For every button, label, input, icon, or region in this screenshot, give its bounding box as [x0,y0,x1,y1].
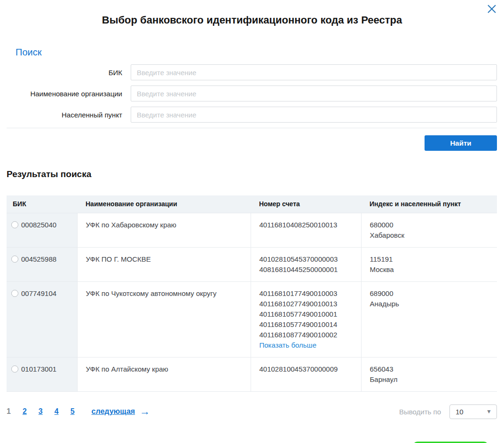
account-cell: 40102810045370000009 [251,357,361,391]
account-number: 40816810445250000001 [260,264,353,275]
column-header-org: Наименование организации [77,195,251,213]
org-name-input[interactable] [131,85,497,101]
postal-index: 680000 [370,220,489,230]
org-name-field-label: Наименование организации [7,90,122,98]
page-link-4[interactable]: 4 [55,407,59,416]
highlight-ring: Выбрать [413,442,488,443]
form-divider [7,128,497,128]
city: Москва [370,264,489,275]
column-header-bik: БИК [7,195,77,213]
results-table: БИК Наименование организации Номер счета… [7,195,497,392]
next-arrow-icon[interactable]: → [140,407,150,416]
postal-index: 656043 [370,364,489,374]
org-cell: УФК по Чукотскому автономному округу [77,281,251,357]
page-size-dropdown[interactable]: 10 ▼ [449,404,497,419]
table-row: 007749104 УФК по Чукотскому автономному … [7,281,497,357]
bik-field-label: БИК [7,69,122,77]
city-input[interactable] [131,107,497,123]
page-size-control: Выводить по 10 ▼ [399,404,497,419]
page-link-5[interactable]: 5 [71,407,75,416]
find-button[interactable]: Найти [425,135,497,151]
table-row: 000825040 УФК по Хабаровскому краю 40116… [7,213,497,247]
index-cell: 689000 Анадырь [361,281,497,357]
city: Барнаул [370,374,489,385]
index-cell: 680000 Хабаровск [361,213,497,247]
org-cell: УФК по Хабаровскому краю [77,213,251,247]
postal-index: 689000 [370,288,489,299]
account-number: 40102810545370000003 [260,254,353,264]
dialog-footer: Отменить Выбрать [7,442,497,443]
account-number: 40116810277490010013 [260,299,353,309]
next-page-link[interactable]: следующая [92,407,135,416]
index-cell: 656043 Барнаул [361,357,497,391]
dialog-content: Поиск БИК Наименование организации Насел… [7,47,497,443]
table-row: 004525988 УФК ПО Г. МОСКВЕ 4010281054537… [7,247,497,281]
bik-input[interactable] [131,64,497,80]
dialog-title: Выбор банковского идентификационного код… [0,14,504,26]
city: Хабаровск [370,230,489,241]
column-header-index: Индекс и населенный пункт [361,195,497,213]
bik-value: 004525988 [21,255,56,263]
close-icon[interactable] [485,2,498,16]
account-number: 40116810177490010003 [260,288,353,299]
account-number: 40116810408250010013 [260,220,353,230]
account-number: 40116810577490010001 [260,309,353,319]
bik-value: 000825040 [21,221,56,229]
bik-radio[interactable] [11,290,18,297]
search-form: БИК Наименование организации Населенный … [7,64,497,123]
page-current: 1 [7,407,11,416]
search-section-heading: Поиск [7,47,497,58]
page-link-2[interactable]: 2 [23,407,27,416]
city: Анадырь [370,299,489,309]
results-heading: Результаты поиска [7,169,497,179]
page-size-label: Выводить по [399,408,441,416]
page-link-3[interactable]: 3 [39,407,43,416]
org-cell: УФК по Алтайскому краю [77,357,251,391]
bik-value: 010173001 [21,365,56,373]
index-cell: 115191 Москва [361,247,497,281]
postal-index: 115191 [370,254,489,264]
close-x-glyph [486,3,497,15]
pagination: 1 2 3 4 5 следующая → Выводить по 10 ▼ [7,404,497,419]
account-cell: 40116810177490010003 4011681027749001001… [251,281,361,357]
bik-value: 007749104 [21,289,56,297]
bik-radio[interactable] [11,221,18,228]
table-header-row: БИК Наименование организации Номер счета… [7,195,497,213]
show-more-link[interactable]: Показать больше [260,340,316,350]
account-number: 40116810877490010002 [260,330,353,340]
form-row-bik: БИК [7,64,497,80]
bik-radio[interactable] [11,365,18,373]
account-number: 40116810577490010014 [260,319,353,330]
account-number: 40102810045370000009 [260,364,353,374]
column-header-account: Номер счета [251,195,361,213]
bik-radio[interactable] [11,256,18,263]
chevron-down-icon: ▼ [486,408,492,415]
table-row: 010173001 УФК по Алтайскому краю 4010281… [7,357,497,391]
org-cell: УФК ПО Г. МОСКВЕ [77,247,251,281]
form-row-org-name: Наименование организации [7,85,497,101]
page-size-value: 10 [456,408,486,416]
account-cell: 40102810545370000003 4081681044525000000… [251,247,361,281]
account-cell: 40116810408250010013 [251,213,361,247]
city-field-label: Населенный пункт [7,111,122,119]
form-row-city: Населенный пункт [7,107,497,123]
